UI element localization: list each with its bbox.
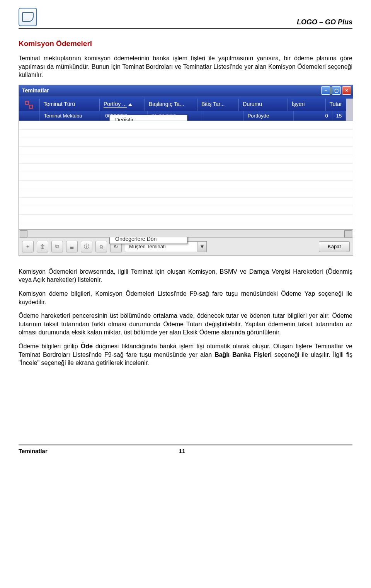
paragraph-1: Teminat mektuplarının komisyon ödemeleri… [19,54,352,79]
scroll-left-icon[interactable] [20,230,27,237]
chevron-down-icon[interactable]: ▾ [197,242,206,252]
col-baslangic[interactable]: Başlangıç Ta... [145,99,197,111]
empty-grid-area [19,121,353,229]
copy-icon[interactable]: ⧉ [51,241,63,252]
brand-text: LOGO – GO Plus [297,18,352,26]
col-durumu[interactable]: Durumu [239,99,288,111]
logo-icon [19,8,37,26]
cell-bitis [201,111,244,121]
sort-asc-icon [128,103,132,106]
col-isyeri[interactable]: İşyeri [288,99,326,111]
col-portfoy[interactable]: Portföy ... [100,99,145,111]
grid-icon[interactable] [25,101,33,109]
minimize-icon[interactable]: – [321,86,330,95]
paragraph-3: Komisyon ödeme bilgileri, Komisyon Ödeme… [19,290,352,306]
footer-left: Teminatlar [19,448,48,454]
paragraph-2: Komisyon Ödemeleri browserında, ilgili T… [19,268,352,284]
horizontal-scrollbar[interactable] [19,229,353,237]
delete-icon[interactable]: 🗑 [37,241,48,252]
paragraph-4: Ödeme hareketleri penceresinin üst bölüm… [19,312,352,337]
print-icon[interactable]: ⎙ [95,241,107,252]
window-title: Teminatlar [22,87,49,94]
paragraph-5: Ödeme bilgileri girilip Öde düğmesi tıkl… [19,342,352,367]
maximize-icon[interactable]: ▢ [332,86,341,95]
titlebar: Teminatlar – ▢ × [19,85,353,96]
app-window: Teminatlar – ▢ × Teminat Türü Portföy ..… [19,85,353,256]
col-teminat-turu[interactable]: Teminat Türü [40,99,100,111]
combo-value: Müşteri Teminatı [125,244,197,249]
close-icon[interactable]: × [342,86,351,95]
cell-turu: Teminat Mektubu [40,111,101,121]
column-header-row: Teminat Türü Portföy ... Başlangıç Ta...… [19,96,353,111]
vscroll-up-icon[interactable] [346,99,353,111]
cell-tutar: 15 [332,111,346,121]
col-tutar[interactable]: Tutar [326,99,346,111]
page-footer: Teminatlar 11 [19,445,352,454]
cell-isyeri: 0 [294,111,332,121]
scroll-right-icon[interactable] [344,230,352,237]
list-icon[interactable]: ≣ [66,241,78,252]
new-record-icon[interactable]: ＋ [22,241,34,252]
page-title: Komisyon Ödemeleri [19,39,352,48]
col-bitis[interactable]: Bitiş Tar... [197,99,239,111]
info-icon[interactable]: ⓘ [81,241,92,252]
footer-page-number: 11 [179,448,186,454]
cell-durumu: Portföyde [244,111,294,121]
close-button[interactable]: Kapat [319,241,350,252]
